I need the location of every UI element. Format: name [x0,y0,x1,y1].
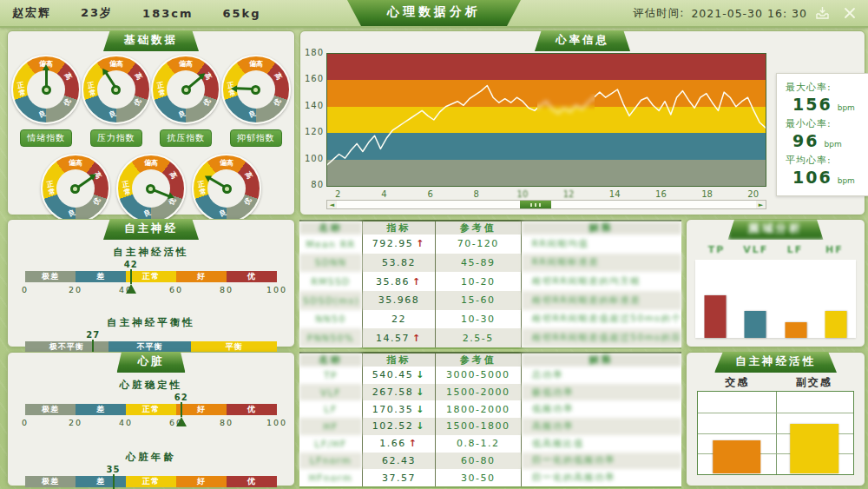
chart-scrollbar[interactable]: ◄ ► [326,200,766,209]
print-icon[interactable] [815,6,830,20]
cell-name: RMSSD [299,272,363,291]
panel-autonomic-nerve: 自主神经 自主神经活性42极差差正常好优020406080100自主神经平衡性2… [7,219,295,347]
gauge-seg-label: 高 [63,71,73,81]
hr-xtick: 8 [474,189,479,199]
bar [713,440,760,473]
gauge-seg-label: 高 [133,71,142,81]
patient-weight: 65kg [222,7,260,20]
down-arrow-icon: ↓ [416,369,425,380]
gauges-row-1: 偏高高优良正常情绪指数偏高高优良正常压力指数偏高高优良正常抗压指数偏高高优良正常… [8,55,294,147]
hr-stat-label: 最小心率: [786,117,864,130]
hr-xtick: 20 [747,189,759,199]
gauge-seg-label: 优 [92,196,102,206]
freq-bar-TP [695,260,735,338]
cell-desc: 总功率 [521,367,681,384]
table-row: PNN50%14.57↑2.5-5相邻RR间期差值超过50ms的百分比 [299,328,681,347]
scrollbar-right-arrow-icon[interactable]: ► [756,201,766,208]
slider-title: 心脏年龄 [25,451,277,464]
hr-stat: 最小心率:96bpm [786,117,864,154]
cell-ref: 70-120 [435,235,521,254]
scrollbar-thumb[interactable] [520,201,551,208]
gauge-seg-label: 偏高 [248,60,263,68]
cell-value: 540.45↓ [363,367,436,384]
frequency-bar-chart [695,260,856,338]
gauge-seg-label: 偏高 [108,60,123,68]
slider-tick: 40 [119,418,133,427]
gauge-seg-label: 高 [168,170,177,180]
slider-bar: 极差差正常好优 [25,404,277,415]
slider-title: 心脏稳定性 [25,379,277,392]
slider-心脏稳定性: 心脏稳定性62极差差正常好优020406080100 [25,379,277,430]
slider-marker [113,474,115,489]
slider-tick: 100 [266,418,287,427]
gauge-seg-label: 良 [67,209,76,218]
table-row: LF170.35↓1800-2000低频功率 [299,400,681,418]
cell-desc: 归一化的低频功率 [521,453,681,470]
hr-ytick: 160 [301,74,324,83]
cell-name: LF/HF [299,435,363,453]
cell-value: 35.968 [363,291,436,310]
slider-心脏年龄: 心脏年龄35极差差正常好优020406080100 [25,451,277,489]
gauge-seg-label: 优 [244,196,253,206]
slider-bar: 极差差正常好优 [25,476,277,487]
cell-ref: 3000-5000 [435,367,521,384]
slider-tick: 100 [266,285,287,294]
up-arrow-icon: ↑ [409,438,418,449]
gauge-hub [70,184,80,194]
cell-name: LF [299,400,363,418]
gauge-2: 偏高高优良正常压力指数 [82,55,151,147]
table-header-row: 名称 指标 参考值 解释 [299,354,681,367]
table-row: RMSSD35.86↑10-20相邻RR间期差的均方根 [299,272,681,291]
ans-activity-cat-label: 交感 [699,375,776,390]
patient-height: 183cm [142,7,193,20]
cell-ref: 60-80 [435,453,521,470]
slider-自主神经活性: 自主神经活性42极差差正常好优020406080100 [25,246,277,297]
bar [745,311,766,339]
down-arrow-icon: ↓ [416,387,425,398]
table-row: LF/HF1.66↑0.8-1.2低高频比值 [299,435,681,453]
cell-name: HF [299,418,363,435]
cell-desc: 低高频比值 [521,435,681,453]
hr-stat-value: 156 [792,95,832,114]
gauge-seg-label: 偏高 [144,159,159,167]
gauge-hub [146,184,155,194]
slider-segment: 极差 [25,271,76,282]
cell-desc: 相邻RR间期差值超过50ms的百分比 [521,328,681,347]
gauge-seg-label: 偏高 [179,60,194,68]
gauge-hub [42,85,51,95]
gauge-seg-label: 良 [248,110,257,119]
slider-tick: 60 [169,418,183,427]
slider-value: 35 [107,465,121,474]
gauge-seg-label: 良 [143,209,152,218]
bar [825,311,846,339]
freq-cat-label: VLF [736,244,775,255]
cell-name: SDNN [299,254,363,273]
cell-ref: 0.8-1.2 [435,435,521,453]
ans-activity-bar-交感 [698,392,776,474]
slider-tick: 20 [69,418,82,427]
col-header-ref: 参考值 [435,221,521,235]
gauge-label: 抑郁指数 [230,129,282,147]
eval-time-value: 2021-05-30 16: 30 [691,7,807,20]
hr-stat-unit: bpm [838,103,855,112]
gauge-seg-label: 优 [273,97,282,107]
gauge-seg-label: 优 [203,97,213,107]
cell-name: SDSD(ms) [299,291,363,310]
gauge-label: 抗压指数 [160,129,212,147]
hr-stat-unit: bpm [824,140,841,149]
hr-stat-label: 最大心率: [786,81,864,94]
slider-value: 27 [86,330,100,340]
close-icon[interactable] [844,7,856,19]
table-row: HF102.52↓1500-1800高频功率 [299,418,681,435]
cell-ref: 10-30 [435,310,521,329]
cell-name: PNN50% [299,328,363,347]
freq-cat-label: TP [697,244,736,255]
scrollbar-left-arrow-icon[interactable]: ◄ [327,201,337,208]
gauge-ring: 偏高高优良正常 [82,55,151,124]
slider-segment: 好 [176,476,227,487]
cell-ref: 10-20 [435,272,521,291]
panel-heart-title: 心脏 [117,352,186,373]
slider-bar: 极差差正常好优 [25,271,277,282]
cell-ref: 1800-2000 [435,400,521,418]
slider-tick: 40 [119,285,133,294]
